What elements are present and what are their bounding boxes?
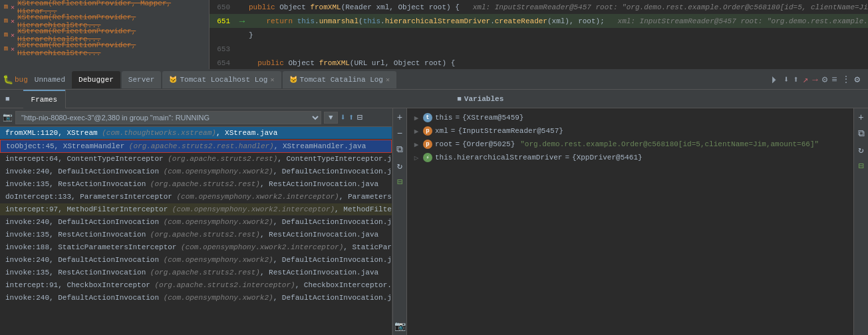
tab-server[interactable]: Server (122, 71, 162, 88)
toolbar-icon-5[interactable]: → (812, 74, 817, 85)
tab-debugger[interactable]: Debugger (72, 71, 120, 88)
toolbar-icon-7[interactable]: ≡ (831, 74, 837, 85)
frame-item[interactable]: intercept:91, CheckboxInterceptor (org.a… (0, 279, 392, 292)
var-name: xml (435, 127, 448, 135)
filter-btn[interactable]: ⊟ (393, 175, 406, 188)
toolbar-icon-1[interactable]: ⏵ (770, 74, 780, 85)
frame-package: (org.apache.struts2.rest) (168, 155, 277, 163)
expand-icon[interactable]: ▶ (412, 127, 420, 136)
line-number: 651 (212, 17, 235, 25)
tab-tomcat-catalina-label: Tomcat Catalina Log (300, 76, 383, 84)
copy-value-btn[interactable]: ⧉ (393, 143, 406, 156)
tomcat-icon: 🐱 (169, 76, 177, 84)
debug-header: ■ Frames ■ Variables (0, 90, 868, 108)
variables-list: ▶ t this = {XStream@5459} ▶ p xml = {Inp… (407, 108, 853, 335)
modified-indicator: m (4, 31, 8, 39)
filter-icon[interactable]: ⊟ (357, 112, 362, 123)
toolbar-icon-6[interactable]: ⚙ (822, 74, 827, 85)
sidebar-file-item[interactable]: m ✕ XStream(ReflectionProvider, Mapper, … (0, 0, 209, 14)
frame-package: (com.opensymphony.xwork2) (164, 218, 273, 226)
line-number: 650 (212, 3, 235, 11)
frame-item[interactable]: invoke:135, RestActionInvocation (org.ap… (0, 178, 392, 191)
camera-side-btn[interactable]: 📷 (393, 319, 406, 332)
close-icon: ✕ (11, 3, 15, 11)
up-arrow-icon[interactable]: ⬆ (349, 112, 354, 123)
frame-item[interactable]: invoke:240, DefaultActionInvocation (com… (0, 166, 392, 178)
sidebar-files: m ✕ XStream(ReflectionProvider, Mapper, … (0, 0, 210, 69)
var-item-driver[interactable]: ▷ ⚡ this.hierarchicalStreamDriver = {Xpp… (407, 151, 853, 164)
sidebar-file-item[interactable]: m ✕ XStream(ReflectionProvider, Hierarch… (0, 14, 209, 28)
side-toolbar: + − ⧉ ↻ ⊟ 📷 (392, 108, 407, 335)
frame-text: toObject:45, XStreamHandler (6, 142, 129, 150)
var-item-root[interactable]: ▶ p root = {Order@5025} "org.demo.rest.e… (407, 138, 853, 151)
frame-item[interactable]: intercept:64, ContentTypeInterceptor (or… (0, 153, 392, 166)
var-equals: = (565, 154, 569, 162)
frame-item[interactable]: doIntercept:133, ParametersInterceptor (… (0, 191, 392, 203)
thread-select[interactable]: "http-nio-8080-exec-3"@2,380 in group "m… (15, 111, 321, 124)
frame-package: (com.opensymphony.xwork2) (164, 256, 273, 264)
var-item-xml[interactable]: ▶ p xml = {InputStreamReader@5457} (407, 124, 853, 138)
settings-gear-icon[interactable]: ⚙ (855, 74, 860, 85)
frame-item[interactable]: invoke:240, DefaultActionInvocation (com… (0, 292, 392, 304)
tomcat-catalina-icon: 🐱 (289, 76, 297, 84)
frame-item-selected[interactable]: fromXML:1120, XStream (com.thoughtworks.… (0, 127, 392, 140)
sidebar-file-item[interactable]: m ✕ XStream(ReflectionProvider, Hierarch… (0, 28, 209, 42)
tab-tomcat-localhost[interactable]: 🐱 Tomcat Localhost Log ✕ (162, 71, 281, 88)
frame-item[interactable]: invoke:135, RestActionInvocation (org.ap… (0, 267, 392, 279)
refresh-btn[interactable]: ↻ (393, 159, 406, 172)
toolbar-icon-2[interactable]: ⬇ (784, 74, 789, 85)
code-text: } (249, 31, 253, 39)
close-icon: ✕ (11, 45, 15, 53)
frame-item[interactable]: invoke:240, DefaultActionInvocation (com… (0, 254, 392, 267)
frame-package: (com.opensymphony.xwork2.interceptor) (181, 243, 343, 251)
frame-item[interactable]: invoke:188, StaticParametersInterceptor … (0, 241, 392, 254)
variables-panel-indicator: ■ (457, 95, 462, 103)
down-arrow-icon[interactable]: ⬇ (341, 112, 346, 123)
tab-server-label: Server (128, 76, 155, 84)
sidebar-file-item[interactable]: m ✕ XStream(ReflectionProvider, Hierarch… (0, 42, 209, 56)
vars-btn-2[interactable]: ⧉ (855, 127, 868, 140)
remove-btn[interactable]: − (393, 127, 406, 140)
var-value: {Order@5025} (462, 140, 515, 148)
frame-item-second[interactable]: toObject:45, XStreamHandler (org.apache.… (0, 140, 392, 153)
frame-item[interactable]: invoke:240, DefaultActionInvocation (com… (0, 216, 392, 229)
frame-file: , XStreamHandler.java (274, 142, 366, 150)
vars-filter-btn[interactable]: ⊟ (855, 159, 868, 172)
variables-panel: ▶ t this = {XStream@5459} ▶ p xml = {Inp… (407, 108, 853, 335)
frame-package: (org.apache.struts2.rest) (150, 231, 260, 239)
toolbar-icons: ⏵ ⬇ ⬆ ↗ → ⚙ ≡ ⋮ ⚙ (770, 74, 865, 85)
tab-bar: 🐛 bug Unnamed Debugger Server 🐱 Tomcat L… (0, 70, 868, 90)
expand-icon[interactable]: ▷ (412, 154, 420, 162)
close-icon: ✕ (11, 31, 15, 39)
frames-toolbar: 📷 "http-nio-8080-exec-3"@2,380 in group … (0, 108, 392, 127)
frame-package: (org.apache.struts2.rest) (150, 180, 260, 188)
var-equals: = (455, 140, 460, 148)
expand-icon[interactable]: ▶ (412, 114, 420, 122)
code-line-651: 651 → return this.unmarshal(this.hierarc… (210, 14, 868, 28)
window-title: Unnamed (35, 76, 65, 84)
toolbar-icon-8[interactable]: ⋮ (841, 74, 851, 85)
vars-btn-1[interactable]: + (855, 111, 868, 124)
toolbar-icon-3[interactable]: ⬆ (793, 74, 798, 85)
frame-item[interactable]: invoke:135, RestActionInvocation (org.ap… (0, 229, 392, 241)
frame-package: (com.opensymphony.xwork2.interceptor) (176, 193, 339, 201)
add-watch-btn[interactable]: + (393, 111, 406, 124)
tab-close-icon[interactable]: ✕ (270, 76, 274, 84)
expand-icon[interactable]: ▶ (412, 140, 420, 149)
modified-indicator: m (4, 17, 8, 25)
tab-tomcat-catalina[interactable]: 🐱 Tomcat Catalina Log ✕ (283, 71, 396, 88)
tab-catalina-close-icon[interactable]: ✕ (386, 76, 390, 84)
code-lines: 650 public Object fromXML(Reader xml, Ob… (210, 0, 868, 69)
code-line-653: 653 (210, 42, 868, 56)
var-item-this[interactable]: ▶ t this = {XStream@5459} (407, 111, 853, 124)
vars-btn-3[interactable]: ↻ (855, 143, 868, 156)
bug-label: bug (15, 76, 28, 84)
code-text: public Object fromXML(URL url, Object ro… (249, 59, 455, 67)
code-text: public Object fromXML(Reader xml, Object… (249, 3, 868, 11)
frame-package: (org.apache.struts2.rest) (150, 269, 260, 277)
tab-btn-frames[interactable]: Frames (23, 90, 66, 108)
toolbar-icon-4[interactable]: ↗ (803, 74, 808, 85)
expand-btn[interactable]: ▼ (324, 112, 338, 124)
frame-item-highlighted[interactable]: intercept:97, MethodFilterInterceptor (c… (0, 203, 392, 216)
breakpoint-indicator: → (235, 16, 249, 27)
